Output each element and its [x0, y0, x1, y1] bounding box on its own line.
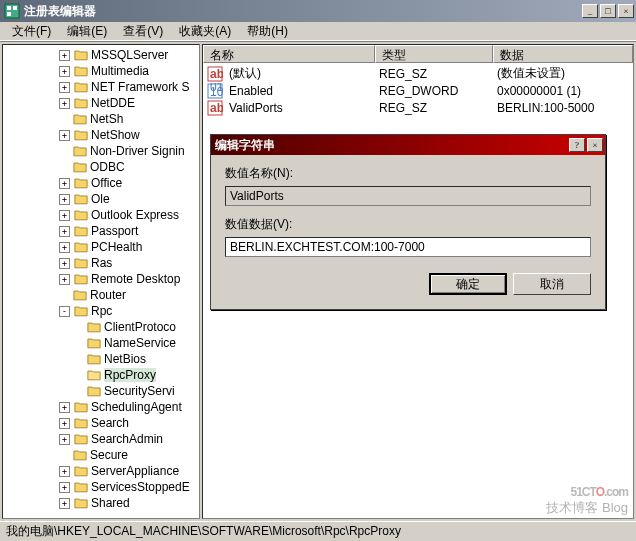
folder-icon — [74, 481, 88, 493]
tree-toggle[interactable]: + — [59, 434, 70, 445]
tree-item[interactable]: +Search — [3, 415, 199, 431]
ok-button[interactable]: 确定 — [429, 273, 507, 295]
menu-file[interactable]: 文件(F) — [4, 21, 59, 42]
tree-item[interactable]: NameService — [3, 335, 199, 351]
tree-toggle[interactable]: + — [59, 418, 70, 429]
value-name-label: 数值名称(N): — [225, 165, 591, 182]
col-name[interactable]: 名称 — [203, 45, 375, 63]
tree-toggle[interactable]: + — [59, 178, 70, 189]
registry-tree[interactable]: +MSSQLServer+Multimedia+NET Framework S+… — [2, 44, 200, 519]
svg-rect-2 — [13, 6, 17, 10]
dialog-help-button[interactable]: ? — [569, 138, 585, 152]
folder-icon — [74, 177, 88, 189]
folder-icon — [74, 273, 88, 285]
tree-item[interactable]: +SearchAdmin — [3, 431, 199, 447]
folder-icon — [73, 145, 87, 157]
tree-item[interactable]: +Multimedia — [3, 63, 199, 79]
tree-item[interactable]: +ServicesStoppedE — [3, 479, 199, 495]
col-data[interactable]: 数据 — [493, 45, 633, 63]
tree-item[interactable]: +Shared — [3, 495, 199, 511]
edit-string-dialog: 编辑字符串 ? × 数值名称(N): 数值数据(V): 确定 取消 — [210, 134, 606, 310]
menu-help[interactable]: 帮助(H) — [239, 21, 296, 42]
tree-item[interactable]: NetSh — [3, 111, 199, 127]
tree-item[interactable]: ClientProtoco — [3, 319, 199, 335]
dialog-titlebar[interactable]: 编辑字符串 ? × — [211, 135, 605, 155]
tree-item[interactable]: ODBC — [3, 159, 199, 175]
folder-icon — [87, 337, 101, 349]
menu-favorites[interactable]: 收藏夹(A) — [171, 21, 239, 42]
tree-toggle[interactable]: + — [59, 402, 70, 413]
list-row[interactable]: 01101001EnabledREG_DWORD0x00000001 (1) — [205, 82, 631, 99]
folder-icon — [74, 65, 88, 77]
tree-item[interactable]: +NetDDE — [3, 95, 199, 111]
svg-rect-3 — [7, 12, 11, 16]
tree-toggle[interactable]: + — [59, 98, 70, 109]
list-row[interactable]: abValidPortsREG_SZBERLIN:100-5000 — [205, 99, 631, 116]
tree-item[interactable]: Non-Driver Signin — [3, 143, 199, 159]
folder-icon — [87, 321, 101, 333]
tree-toggle[interactable]: + — [59, 50, 70, 61]
tree-toggle[interactable]: + — [59, 130, 70, 141]
tree-toggle[interactable]: + — [59, 194, 70, 205]
tree-item[interactable]: -Rpc — [3, 303, 199, 319]
tree-toggle[interactable]: + — [59, 274, 70, 285]
tree-item[interactable]: +Ras — [3, 255, 199, 271]
folder-icon — [73, 161, 87, 173]
tree-label: NetShow — [91, 128, 140, 142]
tree-label: SearchAdmin — [91, 432, 163, 446]
tree-item[interactable]: +PCHealth — [3, 239, 199, 255]
tree-item[interactable]: SecurityServi — [3, 383, 199, 399]
tree-label: Secure — [90, 448, 128, 462]
tree-item[interactable]: +SchedulingAgent — [3, 399, 199, 415]
folder-icon — [74, 417, 88, 429]
tree-item[interactable]: +Ole — [3, 191, 199, 207]
tree-item[interactable]: +Office — [3, 175, 199, 191]
tree-item[interactable]: +Remote Desktop — [3, 271, 199, 287]
cancel-button[interactable]: 取消 — [513, 273, 591, 295]
value-data-label: 数值数据(V): — [225, 216, 591, 233]
folder-icon — [74, 49, 88, 61]
tree-item[interactable]: +ServerAppliance — [3, 463, 199, 479]
tree-item[interactable]: +Passport — [3, 223, 199, 239]
tree-toggle[interactable]: + — [59, 466, 70, 477]
tree-toggle[interactable]: - — [59, 306, 70, 317]
folder-icon — [74, 433, 88, 445]
menu-view[interactable]: 查看(V) — [115, 21, 171, 42]
cell-type: REG_SZ — [375, 67, 493, 81]
folder-icon — [87, 385, 101, 397]
tree-item[interactable]: +NET Framework S — [3, 79, 199, 95]
folder-icon — [73, 449, 87, 461]
tree-item[interactable]: Secure — [3, 447, 199, 463]
folder-icon — [74, 465, 88, 477]
tree-item[interactable]: +Outlook Express — [3, 207, 199, 223]
tree-toggle[interactable]: + — [59, 258, 70, 269]
tree-toggle[interactable]: + — [59, 66, 70, 77]
tree-item[interactable]: Router — [3, 287, 199, 303]
tree-label: ClientProtoco — [104, 320, 176, 334]
tree-toggle[interactable]: + — [59, 82, 70, 93]
tree-toggle[interactable]: + — [59, 226, 70, 237]
tree-item[interactable]: +MSSQLServer — [3, 47, 199, 63]
maximize-button[interactable]: □ — [600, 4, 616, 18]
folder-icon — [73, 113, 87, 125]
dialog-close-button[interactable]: × — [587, 138, 603, 152]
tree-item[interactable]: RpcProxy — [3, 367, 199, 383]
menu-edit[interactable]: 编辑(E) — [59, 21, 115, 42]
tree-toggle[interactable]: + — [59, 498, 70, 509]
folder-icon — [74, 129, 88, 141]
close-button[interactable]: × — [618, 4, 634, 18]
tree-toggle[interactable]: + — [59, 242, 70, 253]
app-icon — [4, 3, 20, 19]
tree-item[interactable]: +NetShow — [3, 127, 199, 143]
tree-label: Office — [91, 176, 122, 190]
tree-toggle[interactable]: + — [59, 482, 70, 493]
value-data-input[interactable] — [225, 237, 591, 257]
tree-item[interactable]: NetBios — [3, 351, 199, 367]
tree-label: SchedulingAgent — [91, 400, 182, 414]
svg-rect-1 — [7, 6, 11, 10]
col-type[interactable]: 类型 — [375, 45, 493, 63]
folder-icon — [74, 401, 88, 413]
tree-toggle[interactable]: + — [59, 210, 70, 221]
minimize-button[interactable]: _ — [582, 4, 598, 18]
list-row[interactable]: ab(默认)REG_SZ(数值未设置) — [205, 65, 631, 82]
